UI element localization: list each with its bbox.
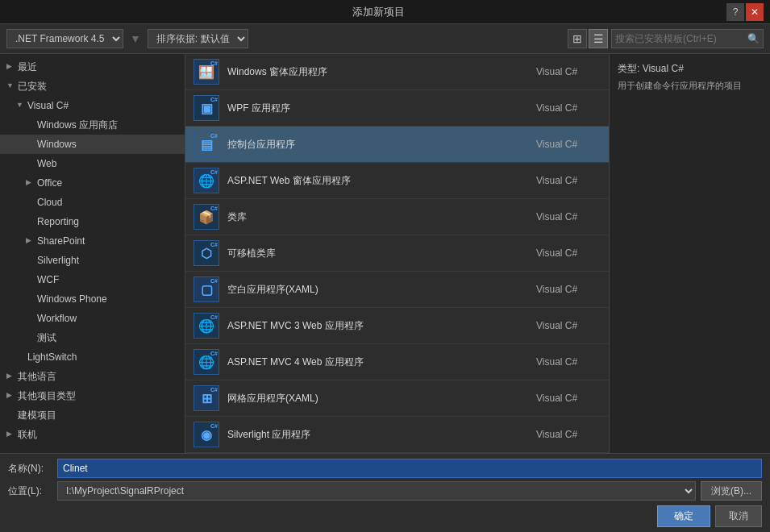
sidebar: ▶最近▼已安装▼Visual C#Windows 应用商店WindowsWeb▶… (0, 54, 185, 453)
item-type-silverlight-app: Visual C# (536, 429, 601, 440)
icon-shape: ▣ (201, 101, 213, 116)
arrow-icon: ▼ (16, 100, 24, 111)
icon-shape: 🌐 (198, 318, 214, 334)
sidebar-item-label: 其他语言 (18, 369, 56, 384)
sidebar-item-silverlight[interactable]: Silverlight (0, 251, 185, 270)
icon-shape: ▤ (201, 137, 213, 152)
sidebar-item-label: Web (37, 156, 56, 171)
item-type-blank-xaml: Visual C# (536, 284, 601, 295)
item-name-portable-lib: 可移植类库 (227, 247, 528, 260)
sidebar-item-windows[interactable]: Windows (0, 135, 185, 154)
search-input[interactable] (615, 33, 744, 44)
list-item-portable-lib[interactable]: C#⬡可移植类库Visual C# (185, 235, 609, 272)
sidebar-item-label: 建模项目 (18, 408, 56, 422)
sidebar-item-web[interactable]: Web (0, 154, 185, 173)
icon-shape: ⊞ (202, 391, 212, 406)
location-select[interactable]: I:\MyProject\SignalRProject (57, 481, 696, 501)
arrow-icon: ▶ (26, 177, 34, 189)
sidebar-item-visual-csharp[interactable]: ▼Visual C# (0, 96, 185, 115)
sidebar-item-windows-store[interactable]: Windows 应用商店 (0, 115, 185, 135)
sidebar-item-installed[interactable]: ▼已安装 (0, 77, 185, 96)
list-item-console-app[interactable]: C#▤控制台应用程序Visual C# (185, 127, 609, 163)
item-name-mvc4: ASP.NET MVC 4 Web 应用程序 (227, 355, 528, 369)
sidebar-item-label: WCF (37, 272, 59, 287)
sidebar-item-label: SharePoint (37, 234, 85, 248)
sidebar-item-office[interactable]: ▶Office (0, 173, 185, 193)
cs-label: C# (210, 314, 218, 320)
list-view-button[interactable]: ☰ (589, 29, 608, 48)
sidebar-item-cloud[interactable]: Cloud (0, 193, 185, 212)
item-name-console-app: 控制台应用程序 (227, 138, 528, 152)
list-item-wpf-app[interactable]: C#▣WPF 应用程序Visual C# (185, 90, 609, 127)
grid-view-button[interactable]: ⊞ (568, 29, 587, 48)
sidebar-item-label: Windows 应用商店 (37, 118, 118, 132)
item-type-mvc3: Visual C# (536, 320, 601, 331)
item-icon-portable-lib: C#⬡ (194, 240, 219, 266)
browse-button[interactable]: 浏览(B)... (701, 481, 762, 501)
title-bar: 添加新项目 ? ✕ (0, 0, 770, 24)
item-name-silverlight-app: Silverlight 应用程序 (227, 428, 528, 442)
sidebar-item-online[interactable]: ▶联机 (0, 425, 185, 444)
framework-select[interactable]: .NET Framework 4.5 (6, 29, 123, 48)
list-item-blank-xaml[interactable]: C#▢空白应用程序(XAML)Visual C# (185, 272, 609, 308)
sidebar-item-sharepoint[interactable]: ▶SharePoint (0, 231, 185, 251)
sidebar-item-reporting[interactable]: Reporting (0, 212, 185, 231)
icon-shape: 📦 (198, 210, 214, 225)
bottom-bar: 名称(N): 位置(L): I:\MyProject\SignalRProjec… (0, 453, 770, 532)
item-icon-aspnet-web: C#🌐 (194, 168, 219, 193)
sidebar-item-label: 已安装 (18, 79, 47, 94)
item-name-mvc3: ASP.NET MVC 3 Web 应用程序 (227, 319, 528, 333)
help-button[interactable]: ? (726, 3, 744, 21)
main-dialog: .NET Framework 4.5 ▼ 排序依据: 默认值 ⊞ ☰ 🔍 ▶最近… (0, 24, 770, 532)
item-icon-class-lib: C#📦 (194, 204, 219, 230)
item-type-wpf-app: Visual C# (536, 102, 601, 114)
arrow-icon: ▶ (6, 61, 15, 73)
item-type-aspnet-web: Visual C# (536, 175, 601, 186)
item-type-portable-lib: Visual C# (536, 247, 601, 259)
cs-label: C# (210, 97, 218, 102)
list-item-mvc3[interactable]: C#🌐ASP.NET MVC 3 Web 应用程序Visual C# (185, 308, 609, 344)
search-icon: 🔍 (747, 33, 760, 44)
item-name-aspnet-web: ASP.NET Web 窗体应用程序 (227, 174, 528, 188)
arrow-icon: ▼ (6, 81, 15, 92)
item-type-console-app: Visual C# (536, 139, 601, 150)
cs-label: C# (210, 278, 218, 284)
sidebar-item-label: Reporting (37, 214, 79, 229)
list-item-grid-xaml[interactable]: C#⊞网格应用程序(XAML)Visual C# (185, 380, 609, 417)
item-icon-mvc3: C#🌐 (194, 313, 219, 339)
sidebar-item-other-lang[interactable]: ▶其他语言 (0, 367, 185, 386)
close-button[interactable]: ✕ (746, 3, 764, 21)
main-list: C#🪟Windows 窗体应用程序Visual C#C#▣WPF 应用程序Vis… (185, 54, 609, 453)
sort-select[interactable]: 排序依据: 默认值 (148, 29, 248, 48)
sidebar-item-label: 其他项目类型 (18, 389, 76, 403)
icon-shape: 🪟 (198, 64, 214, 80)
sidebar-item-label: Visual C# (27, 98, 69, 113)
list-item-aspnet-web[interactable]: C#🌐ASP.NET Web 窗体应用程序Visual C# (185, 163, 609, 199)
cancel-button[interactable]: 取消 (715, 505, 762, 527)
location-row: 位置(L): I:\MyProject\SignalRProject 浏览(B)… (8, 481, 762, 501)
sidebar-item-label: Cloud (37, 195, 62, 210)
sidebar-item-windows-phone[interactable]: Windows Phone (0, 289, 185, 309)
sidebar-item-other-project[interactable]: ▶其他项目类型 (0, 386, 185, 405)
sidebar-item-lightswitch[interactable]: LightSwitch (0, 347, 185, 367)
sidebar-item-wcf[interactable]: WCF (0, 270, 185, 289)
list-item-class-lib[interactable]: C#📦类库Visual C# (185, 199, 609, 235)
list-item-silverlight-app[interactable]: C#◉Silverlight 应用程序Visual C# (185, 417, 609, 453)
item-icon-console-app: C#▤ (194, 131, 219, 157)
sidebar-item-recent[interactable]: ▶最近 (0, 57, 185, 77)
list-item-windows-app[interactable]: C#🪟Windows 窗体应用程序Visual C# (185, 54, 609, 90)
sidebar-item-label: 联机 (18, 427, 37, 442)
list-item-mvc4[interactable]: C#🌐ASP.NET MVC 4 Web 应用程序Visual C# (185, 344, 609, 380)
sidebar-item-label: Windows Phone (37, 292, 107, 306)
search-box: 🔍 (611, 29, 764, 48)
sidebar-item-label: Office (37, 176, 62, 190)
name-row: 名称(N): (8, 459, 762, 478)
sidebar-item-build-project[interactable]: 建模项目 (0, 405, 185, 425)
sidebar-item-test[interactable]: 测试 (0, 328, 185, 347)
cs-label: C# (210, 242, 218, 247)
ok-button[interactable]: 确定 (657, 505, 710, 527)
sidebar-item-workflow[interactable]: Workflow (0, 309, 185, 328)
name-input[interactable] (57, 459, 762, 478)
sidebar-item-label: Silverlight (37, 253, 79, 268)
view-buttons: ⊞ ☰ (568, 29, 608, 48)
